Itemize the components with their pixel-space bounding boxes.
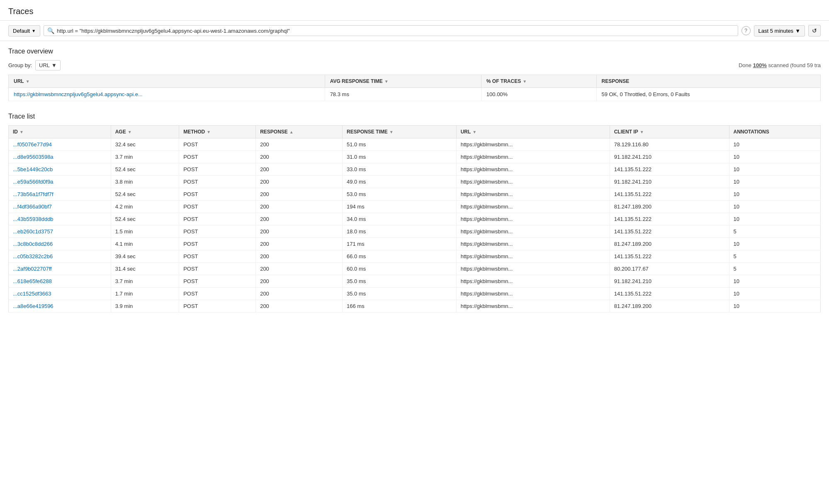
- trace-cell-client-ip: 141.135.51.222: [610, 188, 729, 201]
- group-by-select[interactable]: URL ▼: [35, 60, 61, 70]
- trace-cell-id: ...f4df366a90bf7: [9, 201, 111, 213]
- trace-cell-response-time: 194 ms: [343, 201, 457, 213]
- sort-icon-active[interactable]: ▲: [289, 130, 294, 134]
- trace-cell-url: https://gkblmwsbmn...: [456, 188, 610, 201]
- trace-id-link[interactable]: ...f05076e77d94: [13, 141, 52, 148]
- trace-id-link[interactable]: ...f4df366a90bf7: [13, 204, 52, 210]
- default-button[interactable]: Default ▼: [8, 25, 40, 36]
- url-link[interactable]: https://gkblmwsbmncznpljuv6g5gelu4.appsy…: [14, 91, 143, 97]
- sort-icon[interactable]: ▼: [207, 130, 211, 134]
- chevron-down-icon: ▼: [32, 29, 36, 33]
- search-input[interactable]: [57, 28, 734, 34]
- trace-cell-response-time: 66.0 ms: [343, 250, 457, 263]
- sort-icon[interactable]: ▼: [128, 130, 132, 134]
- trace-cell-method: POST: [179, 288, 256, 300]
- page-title: Traces: [0, 0, 829, 21]
- trace-cell-age: 31.4 sec: [111, 263, 179, 275]
- trace-cell-client-ip: 81.247.189.200: [610, 201, 729, 213]
- help-icon[interactable]: ?: [741, 26, 751, 35]
- sort-icon[interactable]: ▼: [384, 79, 389, 84]
- trace-cell-method: POST: [179, 238, 256, 250]
- trace-cell-response: 200: [256, 201, 343, 213]
- trace-id-link[interactable]: ...43b55938dddb: [13, 216, 53, 222]
- trace-cell-annotations: 10: [729, 138, 820, 151]
- trace-cell-id: ...e59a566fd0f9a: [9, 176, 111, 188]
- table-row: ...cc1525df3663 1.7 min POST 200 35.0 ms…: [9, 288, 821, 300]
- trace-cell-age: 3.7 min: [111, 275, 179, 288]
- trace-table: ID▼ AGE▼ METHOD▼ RESPONSE▲ RESPONSE TIME…: [8, 125, 821, 313]
- trace-cell-method: POST: [179, 163, 256, 176]
- status-suffix: scanned (found 59 tra: [767, 62, 821, 68]
- trace-id-link[interactable]: ...3c8b0c8dd266: [13, 241, 53, 247]
- trace-cell-age: 52.4 sec: [111, 213, 179, 225]
- trace-id-link[interactable]: ...73b56a1f7fdf7f: [13, 191, 53, 197]
- overview-col-response: RESPONSE: [596, 75, 820, 88]
- trace-cell-client-ip: 78.129.116.80: [610, 138, 729, 151]
- sort-icon[interactable]: ▼: [26, 79, 30, 84]
- toolbar: Default ▼ 🔍 ? Last 5 minutes ▼ ↺: [0, 21, 829, 41]
- trace-cell-method: POST: [179, 201, 256, 213]
- trace-cell-annotations: 5: [729, 263, 820, 275]
- trace-cell-response-time: 166 ms: [343, 300, 457, 313]
- trace-id-link[interactable]: ...eb260c1d3757: [13, 228, 53, 235]
- trace-cell-response: 200: [256, 275, 343, 288]
- sort-icon[interactable]: ▼: [389, 130, 394, 134]
- group-by-label: Group by:: [8, 62, 32, 68]
- col-id: ID▼: [9, 126, 111, 138]
- table-row: ...d8e95603598a 3.7 min POST 200 31.0 ms…: [9, 151, 821, 163]
- trace-cell-response: 200: [256, 300, 343, 313]
- trace-cell-id: ...f05076e77d94: [9, 138, 111, 151]
- time-range-button[interactable]: Last 5 minutes ▼: [754, 25, 805, 36]
- trace-cell-age: 32.4 sec: [111, 138, 179, 151]
- trace-id-link[interactable]: ...e59a566fd0f9a: [13, 179, 53, 185]
- search-bar: 🔍: [44, 25, 738, 36]
- sort-icon[interactable]: ▼: [640, 130, 644, 134]
- trace-cell-annotations: 10: [729, 151, 820, 163]
- sort-icon[interactable]: ▼: [523, 79, 527, 84]
- trace-id-link[interactable]: ...2af9b022707ff: [13, 266, 52, 272]
- trace-cell-method: POST: [179, 151, 256, 163]
- chevron-down-icon: ▼: [51, 62, 57, 68]
- sort-icon[interactable]: ▼: [19, 130, 24, 134]
- overview-col-pct-traces: % OF TRACES▼: [481, 75, 596, 88]
- trace-cell-response: 200: [256, 288, 343, 300]
- trace-overview-title: Trace overview: [8, 48, 821, 55]
- trace-id-link[interactable]: ...a8e66e419596: [13, 303, 53, 309]
- trace-cell-url: https://gkblmwsbmn...: [456, 275, 610, 288]
- chevron-down-icon: ▼: [795, 28, 800, 34]
- trace-cell-id: ...73b56a1f7fdf7f: [9, 188, 111, 201]
- trace-id-link[interactable]: ...cc1525df3663: [13, 291, 51, 297]
- trace-cell-age: 52.4 sec: [111, 188, 179, 201]
- trace-id-link[interactable]: ...618e65fe6288: [13, 278, 52, 284]
- default-label: Default: [13, 28, 30, 34]
- trace-cell-client-ip: 81.247.189.200: [610, 300, 729, 313]
- trace-cell-response-time: 171 ms: [343, 238, 457, 250]
- trace-cell-response-time: 60.0 ms: [343, 263, 457, 275]
- trace-cell-url: https://gkblmwsbmn...: [456, 300, 610, 313]
- sort-icon[interactable]: ▼: [472, 130, 476, 134]
- trace-cell-age: 1.7 min: [111, 288, 179, 300]
- table-row: ...73b56a1f7fdf7f 52.4 sec POST 200 53.0…: [9, 188, 821, 201]
- trace-cell-method: POST: [179, 250, 256, 263]
- trace-id-link[interactable]: ...d8e95603598a: [13, 154, 53, 160]
- refresh-button[interactable]: ↺: [808, 25, 821, 36]
- trace-cell-client-ip: 80.200.177.67: [610, 263, 729, 275]
- trace-cell-id: ...5be1449c20cb: [9, 163, 111, 176]
- trace-cell-age: 1.5 min: [111, 225, 179, 238]
- trace-id-link[interactable]: ...c05b3282c2b6: [13, 253, 53, 259]
- time-range-label: Last 5 minutes: [758, 28, 794, 34]
- trace-cell-id: ...43b55938dddb: [9, 213, 111, 225]
- trace-cell-response-time: 34.0 ms: [343, 213, 457, 225]
- overview-cell-response: 59 OK, 0 Throttled, 0 Errors, 0 Faults: [596, 88, 820, 101]
- col-method: METHOD▼: [179, 126, 256, 138]
- trace-cell-id: ...c05b3282c2b6: [9, 250, 111, 263]
- trace-cell-annotations: 10: [729, 163, 820, 176]
- overview-table-header-row: URL▼ AVG RESPONSE TIME▼ % OF TRACES▼ RES…: [9, 75, 821, 88]
- trace-table-header-row: ID▼ AGE▼ METHOD▼ RESPONSE▲ RESPONSE TIME…: [9, 126, 821, 138]
- trace-cell-method: POST: [179, 188, 256, 201]
- trace-cell-annotations: 10: [729, 275, 820, 288]
- trace-cell-response: 200: [256, 188, 343, 201]
- table-row: ...f4df366a90bf7 4.2 min POST 200 194 ms…: [9, 201, 821, 213]
- trace-cell-response: 200: [256, 263, 343, 275]
- trace-id-link[interactable]: ...5be1449c20cb: [13, 166, 53, 172]
